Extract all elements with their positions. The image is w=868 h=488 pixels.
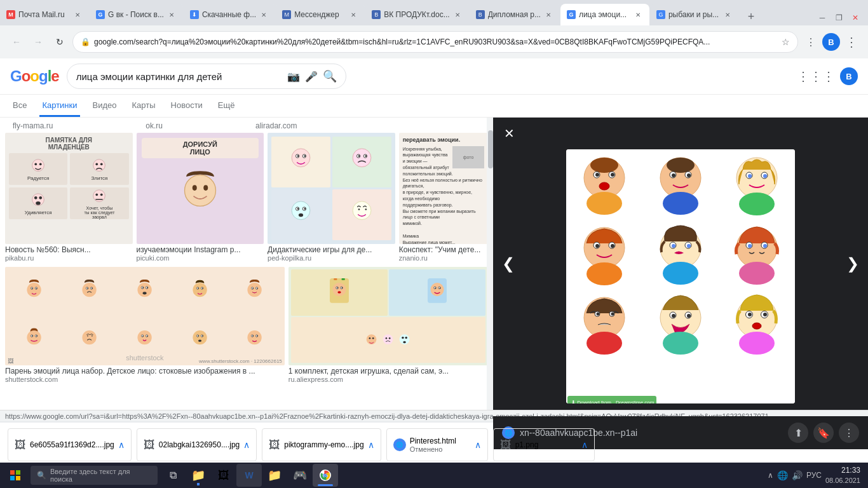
download-item-1[interactable]: 🖼 6e6055a91f1369d2....jpg ∧ [8,428,132,461]
preview-panel: ✕ ❮ ❯ [493,118,868,410]
close-window-button[interactable]: ✕ [848,10,863,25]
tab-emotions[interactable]: G лица эмоци... ✕ [560,4,649,25]
download-expand-1[interactable]: ∧ [118,440,125,450]
file-explorer-icon[interactable]: 📁 [186,464,211,487]
svg-point-142 [663,262,698,285]
tab-favicon-emo: G [567,10,576,19]
download-item-3[interactable]: 🖼 piktogrammy-emo....jpg ∧ [262,428,381,461]
taskbar-search[interactable]: 🔍 Введите здесь текст для поиска [31,466,158,485]
download-item-2[interactable]: 🖼 02labgkai1326950....jpg ∧ [137,428,257,461]
tab-close-vk[interactable]: ✕ [166,10,177,20]
word-icon[interactable]: W [236,464,262,487]
tab-images[interactable]: Картинки [39,100,79,117]
tab-vk-doc[interactable]: В ВК ПРОДУКт.doc... ✕ [365,4,469,25]
maximize-button[interactable]: ❐ [831,10,846,25]
tab-close-doc[interactable]: ✕ [452,10,463,20]
svg-point-73 [147,336,148,337]
preview-next-button[interactable]: ❯ [841,252,864,275]
download-expand-5[interactable]: ∧ [581,440,588,450]
search-box[interactable]: 📷 🎤 🔍 [67,64,346,89]
svg-point-25 [365,155,367,157]
camera-search-icon[interactable]: 📷 [287,71,300,83]
photos-icon[interactable]: 🖼 [211,464,236,487]
download-name-1: 6e6055a91f1369d2....jpg [30,440,114,449]
apps-grid-icon[interactable]: ⋮⋮⋮ [797,69,835,84]
tray-network-icon: 🌐 [777,470,788,480]
bookmark-star-icon[interactable]: ☆ [782,37,790,47]
tab-more[interactable]: Ещё [215,100,238,117]
download-info-3: piktogrammy-emo....jpg [284,440,363,449]
tab-news[interactable]: Новости [168,100,205,117]
tab-close-fish[interactable]: ✕ [722,10,733,20]
scrollbar-track[interactable] [487,118,493,410]
user-avatar[interactable]: В [822,33,840,51]
svg-point-140 [672,244,675,248]
chrome-taskbar-icon[interactable] [313,464,338,487]
tab-fish[interactable]: G рыбаки и ры... ✕ [650,4,739,25]
preview-actions: ⬆ 🔖 ⋮ [788,423,859,443]
download-expand-2[interactable]: ∧ [243,440,250,450]
start-button[interactable] [3,463,28,488]
image-card-6[interactable]: 1 комплект, детская игрушка, сделай сам,… [288,267,488,384]
tab-maps[interactable]: Карты [129,100,158,117]
svg-point-34 [365,208,367,210]
extensions-icon[interactable]: ⋮ [802,33,820,51]
image-thumb-6 [288,267,488,365]
more-options-button[interactable]: ⋮ [839,423,859,443]
preview-prev-button[interactable]: ❮ [497,252,520,275]
image-card-1[interactable]: ПАМЯТКА ДЛЯМЛАДЕНЦЕВ Радуется [5,133,133,263]
tab-close-dl[interactable]: ✕ [259,10,269,20]
tab-favicon-dip: В [476,10,485,19]
tab-all[interactable]: Все [10,100,29,117]
tab-close-mail[interactable]: ✕ [72,10,83,20]
download-item-4[interactable]: 🌐 Pinterest.html Отменено ∧ [386,428,488,461]
tab-downloads[interactable]: ⬇ Скачанные ф... ✕ [184,4,275,25]
svg-point-152 [597,313,600,316]
back-button[interactable]: ← [8,33,25,51]
folder-icon[interactable]: 📁 [262,464,287,487]
chrome-menu-icon[interactable]: ⋮ [843,33,860,51]
image-card-4[interactable]: передавать эмоции. фото Искренняя улыбка… [399,133,488,263]
new-tab-button[interactable]: + [742,8,760,25]
download-item-5[interactable]: 🖼 p1.png ∧ [493,428,595,461]
search-input[interactable] [76,71,282,82]
image-card-3[interactable]: Дидактические игры для де... ped-kopilka… [268,133,395,263]
tray-arrow-icon[interactable]: ∧ [768,471,773,480]
image-card-2[interactable]: ДОРИСУЙЛИЦО изучаемэ [137,133,264,263]
header-user-avatar[interactable]: В [840,67,858,85]
task-view-button[interactable]: ⧉ [160,464,186,487]
svg-point-119 [667,158,695,173]
preview-image-container: ⬇ Download from Dreamstime.com [493,118,868,416]
tab-vk-search[interactable]: G G вк - Поиск в... ✕ [90,4,183,25]
share-button[interactable]: ⬆ [788,423,808,443]
svg-point-40 [83,283,97,297]
download-expand-3[interactable]: ∧ [368,440,374,450]
svg-point-128 [748,174,752,178]
image-info-1: Новость №560: Выясн... pikabu.ru [5,244,133,263]
preview-close-button[interactable]: ✕ [499,124,519,143]
scrollbar-thumb[interactable] [488,130,493,168]
tab-close-dip[interactable]: ✕ [543,10,553,20]
svg-point-164 [748,313,752,316]
forward-button[interactable]: → [29,33,47,51]
tab-close-emo[interactable]: ✕ [633,10,643,20]
tab-close-msg[interactable]: ✕ [348,10,358,20]
tab-video[interactable]: Видео [90,100,119,117]
game-icon[interactable]: 🎮 [287,464,313,487]
svg-point-99 [439,288,440,289]
tab-mail[interactable]: M Почта Mail.ru ✕ [0,4,89,25]
save-image-button[interactable]: 🔖 [813,423,834,443]
download-status-4: Отменено [410,445,471,453]
download-expand-4[interactable]: ∧ [475,440,481,450]
refresh-button[interactable]: ↻ [51,33,69,51]
mic-search-icon[interactable]: 🎤 [305,71,318,83]
minimize-button[interactable]: ─ [815,10,830,25]
url-bar[interactable]: 🔒 google.com/search?q=лица%20эмоции%20ка… [72,31,798,53]
image-thumb-2: ДОРИСУЙЛИЦО [137,133,264,244]
image-card-5[interactable]: shutterstock www.shutterstock.com · 1220… [5,267,285,384]
tab-diploma[interactable]: В Дипломная р... ✕ [470,4,560,25]
search-submit-icon[interactable]: 🔍 [323,69,337,83]
image-info-4: Конспект: "Учим дете... znanio.ru [399,244,488,263]
source-labels: fly-mama.ru ok.ru aliradar.com [5,121,488,133]
tab-messenger[interactable]: M Мессенджер ✕ [276,4,365,25]
